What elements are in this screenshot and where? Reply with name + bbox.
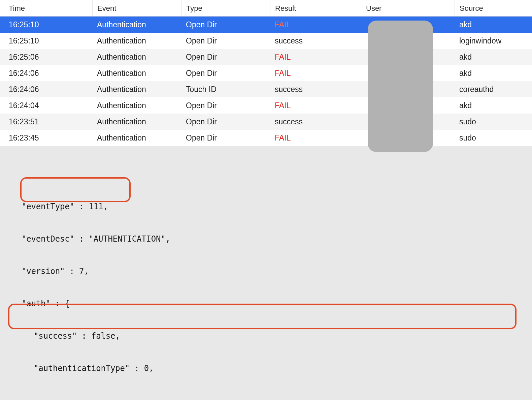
table-cell: 16:25:10 [0,36,92,45]
table-cell: Authentication [92,20,181,29]
table-row[interactable]: 16:24:06AuthenticationTouch IDsuccesscor… [0,81,532,97]
table-cell: FAIL [270,20,361,29]
table-header-row: Time Event Type Result User Source [0,0,532,17]
col-header-source[interactable]: Source [455,0,532,16]
table-cell: Authentication [92,85,181,94]
json-line: "eventDesc" : "AUTHENTICATION", [9,234,532,244]
json-line: "success" : false, [9,331,532,341]
table-cell: Open Dir [181,133,270,143]
table-cell: FAIL [270,133,361,143]
table-body: 16:25:10AuthenticationOpen DirFAILakd16:… [0,17,532,146]
table-cell: akd [455,20,532,29]
table-cell: 16:24:06 [0,69,92,78]
table-cell: FAIL [270,69,361,78]
table-cell: 16:25:10 [0,20,92,29]
col-header-event[interactable]: Event [92,0,181,16]
table-cell: Open Dir [181,101,270,110]
table-row[interactable]: 16:23:45AuthenticationOpen DirFAILsudo [0,130,532,146]
table-cell: sudo [455,117,532,126]
table-row[interactable]: 16:24:04AuthenticationOpen DirFAILakd [0,97,532,114]
col-header-type[interactable]: Type [181,0,270,16]
table-cell: 16:24:06 [0,85,92,94]
table-cell: Authentication [92,36,181,45]
table-cell: Open Dir [181,69,270,78]
table-cell: FAIL [270,53,361,62]
table-cell: Open Dir [181,20,270,29]
log-table: Time Event Type Result User Source 16:25… [0,0,532,146]
table-cell: success [270,117,361,126]
table-cell: Authentication [92,133,181,143]
json-line: "version" : 7, [9,266,532,277]
table-cell: Open Dir [181,53,270,62]
table-row[interactable]: 16:24:06AuthenticationOpen DirFAILakd [0,65,532,81]
table-cell: 16:24:04 [0,101,92,110]
table-row[interactable]: 16:25:06AuthenticationOpen DirFAILakd [0,49,532,65]
table-cell: Authentication [92,53,181,62]
table-cell: 16:23:45 [0,133,92,143]
json-line: "eventType" : 111, [9,201,532,212]
table-cell: akd [455,101,532,110]
detail-json-pane[interactable]: "eventType" : 111, "eventDesc" : "AUTHEN… [0,146,532,389]
table-cell: Touch ID [181,85,270,94]
json-line: "authenticationType" : 0, [9,363,532,374]
col-header-result[interactable]: Result [270,0,361,16]
highlight-auth-success [20,177,131,202]
table-cell: loginwindow [455,36,532,45]
table-cell: 16:25:06 [0,53,92,62]
table-row[interactable]: 16:25:10AuthenticationOpen Dirsuccesslog… [0,33,532,49]
table-cell: akd [455,69,532,78]
redaction-user-column [368,21,433,152]
table-cell: sudo [455,133,532,143]
table-cell: 16:23:51 [0,117,92,126]
table-cell: success [270,36,361,45]
table-row[interactable]: 16:23:51AuthenticationOpen Dirsuccesssud… [0,114,532,130]
table-cell: success [270,85,361,94]
json-line: "auth" : { [9,298,532,309]
col-header-time[interactable]: Time [0,0,92,16]
table-cell: coreauthd [455,85,532,94]
table-cell: akd [455,53,532,62]
table-cell: Authentication [92,69,181,78]
table-cell: FAIL [270,101,361,110]
table-cell: Authentication [92,117,181,126]
table-row[interactable]: 16:25:10AuthenticationOpen DirFAILakd [0,17,532,33]
table-cell: Authentication [92,101,181,110]
col-header-user[interactable]: User [361,0,455,16]
table-cell: Open Dir [181,36,270,45]
table-cell: Open Dir [181,117,270,126]
